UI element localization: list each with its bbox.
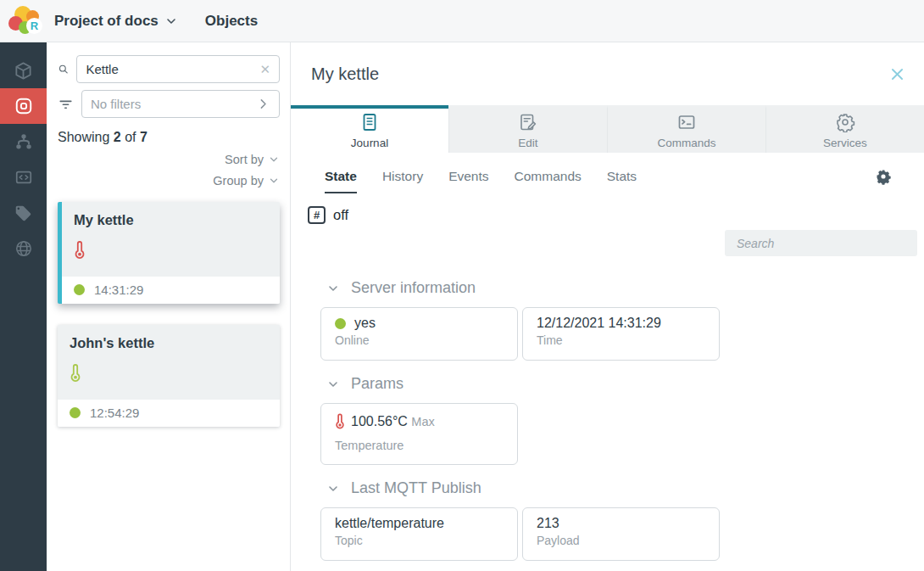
state-sections: Server information yes Online 12/12/2021… bbox=[291, 256, 924, 571]
sort-by-dropdown[interactable]: Sort by bbox=[58, 153, 280, 166]
device-name: John's kettle bbox=[70, 335, 268, 351]
sidebar-item-network[interactable] bbox=[0, 231, 47, 266]
chevron-down-icon bbox=[326, 282, 340, 295]
close-icon bbox=[889, 66, 905, 82]
chevron-right-icon bbox=[256, 97, 270, 111]
sidebar-item-cube[interactable] bbox=[0, 53, 47, 88]
section-title: Last MQTT Publish bbox=[351, 479, 481, 497]
section-title: Server information bbox=[351, 279, 476, 297]
group-by-label: Group by bbox=[213, 174, 264, 188]
subtab-state[interactable]: State bbox=[325, 169, 357, 193]
app-screen: R Project of docs Objects bbox=[0, 0, 924, 571]
sitemap-icon bbox=[14, 132, 33, 151]
card-value: 100.56°C bbox=[351, 414, 408, 428]
filter-icon bbox=[58, 96, 74, 112]
tab-label: Journal bbox=[351, 137, 388, 149]
tab-services[interactable]: Services bbox=[765, 105, 924, 153]
tab-journal[interactable]: Journal bbox=[291, 105, 448, 153]
value-card-online: yes Online bbox=[320, 307, 518, 361]
clear-search-icon[interactable]: ✕ bbox=[259, 63, 270, 76]
online-dot-icon bbox=[74, 284, 85, 295]
mqtt-cards: kettle/temperature Topic 213 Payload bbox=[320, 507, 924, 561]
device-detail-panel: My kettle Journal Edit bbox=[291, 42, 924, 571]
thermometer-icon bbox=[335, 413, 345, 435]
services-gear-icon bbox=[835, 112, 855, 132]
search-input[interactable] bbox=[86, 62, 254, 76]
tag-icon bbox=[14, 204, 32, 222]
filters-field[interactable]: No filters bbox=[81, 90, 280, 118]
hash-badge-icon: # bbox=[308, 206, 326, 224]
terminal-icon bbox=[676, 112, 697, 132]
device-card-footer: 12:54:29 bbox=[58, 400, 280, 427]
subtab-commands[interactable]: Commands bbox=[515, 169, 582, 192]
device-card-my-kettle[interactable]: My kettle 14:31:29 bbox=[58, 202, 280, 304]
code-window-icon bbox=[14, 168, 33, 187]
card-value: kettle/temperature bbox=[335, 516, 444, 531]
state-search-input[interactable] bbox=[725, 230, 917, 256]
card-value: yes bbox=[354, 316, 376, 331]
edit-document-icon bbox=[518, 112, 538, 132]
value-card-time: 12/12/2021 14:31:29 Time bbox=[522, 307, 720, 361]
device-card-johns-kettle[interactable]: John's kettle 12:54:29 bbox=[58, 325, 280, 427]
sidebar-item-objects[interactable] bbox=[0, 88, 47, 124]
filters-placeholder: No filters bbox=[91, 97, 251, 111]
sidebar-item-tags[interactable] bbox=[0, 195, 47, 231]
detail-header: My kettle bbox=[291, 42, 924, 105]
sort-by-label: Sort by bbox=[225, 153, 264, 166]
state-search-row bbox=[291, 224, 924, 256]
card-value: 12/12/2021 14:31:29 bbox=[537, 316, 661, 331]
chevron-down-icon bbox=[268, 154, 280, 165]
tab-edit[interactable]: Edit bbox=[448, 105, 607, 153]
filter-row: No filters bbox=[58, 90, 280, 118]
search-row: ✕ bbox=[58, 55, 280, 83]
params-cards: 100.56°C Max Temperature bbox=[320, 403, 924, 465]
search-field: ✕ bbox=[76, 55, 280, 83]
settings-gear-button[interactable] bbox=[875, 168, 892, 185]
server-information-cards: yes Online 12/12/2021 14:31:29 Time bbox=[320, 307, 924, 361]
section-title: Params bbox=[351, 375, 404, 393]
device-list: My kettle 14:31:29 John's kettle bbox=[58, 202, 280, 427]
tab-label: Edit bbox=[518, 137, 537, 149]
value-card-payload: 213 Payload bbox=[522, 507, 720, 561]
close-panel-button[interactable] bbox=[889, 66, 905, 82]
cube-icon bbox=[14, 61, 33, 81]
section-header-params[interactable]: Params bbox=[326, 375, 924, 393]
globe-icon bbox=[14, 239, 33, 258]
section-header-last-mqtt-publish[interactable]: Last MQTT Publish bbox=[326, 479, 924, 497]
group-by-dropdown[interactable]: Group by bbox=[58, 174, 280, 188]
chevron-down-icon bbox=[164, 14, 178, 28]
tab-label: Services bbox=[823, 137, 867, 149]
device-name: My kettle bbox=[74, 212, 268, 228]
value-card-max-temperature: 100.56°C Max Temperature bbox=[320, 403, 518, 465]
detail-tabs: Journal Edit Commands bbox=[291, 105, 924, 153]
chevron-down-icon bbox=[326, 482, 340, 495]
project-switcher[interactable]: Project of docs bbox=[54, 13, 178, 30]
device-card-body: John's kettle bbox=[58, 325, 280, 400]
device-list-panel: ✕ No filters Showing 2 of 7 Sort by bbox=[47, 42, 291, 571]
card-label: Time bbox=[537, 333, 705, 347]
thermometer-icon bbox=[74, 240, 86, 263]
sidebar-item-hierarchy[interactable] bbox=[0, 124, 47, 160]
thermometer-icon bbox=[70, 363, 81, 386]
gear-icon bbox=[875, 168, 892, 185]
objects-icon bbox=[14, 97, 33, 115]
card-label: Payload bbox=[537, 534, 705, 547]
online-dot-icon bbox=[335, 318, 346, 329]
app-logo[interactable]: R bbox=[7, 5, 42, 37]
last-seen-time: 14:31:29 bbox=[94, 283, 143, 297]
subtab-stats[interactable]: Stats bbox=[607, 169, 637, 192]
sidebar-item-code[interactable] bbox=[0, 160, 47, 195]
nav-objects[interactable]: Objects bbox=[205, 13, 258, 30]
content-row: ✕ No filters Showing 2 of 7 Sort by bbox=[0, 42, 924, 571]
sidebar-rail bbox=[0, 42, 47, 571]
subtab-history[interactable]: History bbox=[382, 169, 423, 192]
search-icon bbox=[58, 61, 69, 77]
section-header-server-information[interactable]: Server information bbox=[326, 279, 924, 297]
topbar: R Project of docs Objects bbox=[0, 0, 924, 42]
device-card-footer: 14:31:29 bbox=[62, 277, 280, 304]
state-badge-row: # off bbox=[291, 193, 924, 224]
subtab-events[interactable]: Events bbox=[448, 169, 488, 192]
tab-commands[interactable]: Commands bbox=[607, 105, 765, 153]
online-dot-icon bbox=[70, 407, 81, 418]
journal-subtabs: State History Events Commands Stats bbox=[291, 153, 924, 193]
